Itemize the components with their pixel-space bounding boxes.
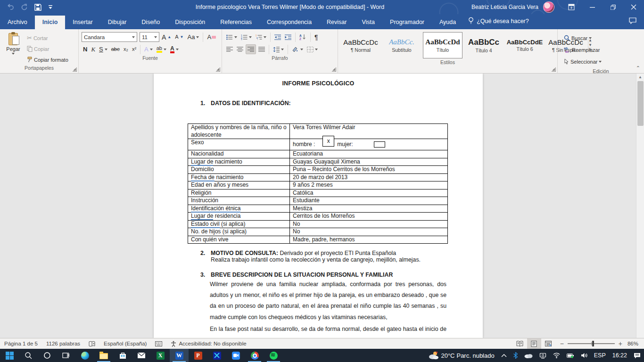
- volume-icon[interactable]: [578, 349, 591, 362]
- tab-dibujar[interactable]: Dibujar: [100, 16, 134, 29]
- row-label[interactable]: Estado civil (si aplica): [188, 220, 290, 228]
- grow-font-button[interactable]: A▲: [160, 32, 173, 42]
- onedrive-icon[interactable]: [521, 349, 536, 362]
- show-hidden-icons-button[interactable]: [498, 349, 510, 362]
- battery-icon[interactable]: [563, 349, 578, 362]
- start-button[interactable]: [0, 349, 19, 362]
- bluetooth-icon[interactable]: [510, 349, 521, 362]
- read-mode-button[interactable]: [513, 338, 527, 349]
- row-value[interactable]: Ecuatoriana: [290, 150, 448, 158]
- zoom-app-button[interactable]: [226, 349, 245, 362]
- underline-button[interactable]: S: [98, 44, 109, 54]
- bullets-button[interactable]: [225, 32, 239, 42]
- tab-vista[interactable]: Vista: [354, 16, 382, 29]
- tell-me-box[interactable]: ¿Qué desea hacer?: [463, 17, 534, 29]
- tab-disposicion[interactable]: Disposición: [167, 16, 213, 29]
- minimize-button[interactable]: [582, 0, 603, 14]
- save-icon[interactable]: [34, 4, 41, 11]
- vertical-scrollbar[interactable]: ▲: [636, 74, 644, 338]
- cortana-button[interactable]: [38, 349, 57, 362]
- font-color-button[interactable]: A: [169, 44, 180, 54]
- row-label[interactable]: Lugar de residencia: [188, 213, 290, 221]
- increase-indent-button[interactable]: [283, 32, 293, 42]
- word-count[interactable]: 1126 palabras: [42, 341, 84, 346]
- blue-app-button[interactable]: [207, 349, 226, 362]
- proofing-errors-icon[interactable]: [84, 341, 99, 347]
- row-label[interactable]: Nacionalidad: [188, 150, 290, 158]
- account-name[interactable]: Beatriz Leticia Garcia Vera: [471, 4, 538, 10]
- align-left-button[interactable]: [225, 44, 234, 54]
- customize-qat-icon[interactable]: [48, 5, 53, 9]
- cast-icon[interactable]: [536, 349, 550, 362]
- strikethrough-button[interactable]: abe: [110, 44, 121, 54]
- tab-diseno[interactable]: Diseño: [134, 16, 167, 29]
- font-size-select[interactable]: 11: [140, 32, 159, 42]
- row-value[interactable]: Guayas Guayaquil Ximena: [290, 158, 448, 166]
- borders-button[interactable]: [305, 44, 319, 54]
- row-label[interactable]: Identificación étnica: [188, 205, 290, 213]
- mail-button[interactable]: [132, 349, 151, 362]
- change-case-button[interactable]: Aa: [186, 32, 201, 42]
- row-label[interactable]: Edad en años y meses: [188, 181, 290, 189]
- decrease-indent-button[interactable]: [273, 32, 282, 42]
- shading-button[interactable]: [290, 44, 305, 54]
- numbering-button[interactable]: 123: [239, 32, 253, 42]
- scrollbar-thumb[interactable]: [637, 81, 644, 126]
- row-label[interactable]: Religión: [188, 189, 290, 197]
- row-value[interactable]: Mestiza: [290, 205, 448, 213]
- weather-widget[interactable]: 20°C Parc. nublado: [425, 349, 497, 362]
- row-value[interactable]: Puna – Recinto Cerritos de los Morreños: [290, 166, 448, 174]
- tab-correspondencia[interactable]: Correspondencia: [259, 16, 319, 29]
- multilevel-list-button[interactable]: 1ai: [254, 32, 268, 42]
- row-label[interactable]: Domicilio: [188, 166, 290, 174]
- document-page[interactable]: INFORME PSICOLÓGICO 1. DATOS DE IDENTIFI…: [154, 74, 483, 338]
- clear-formatting-button[interactable]: A: [206, 32, 217, 42]
- spotify-button[interactable]: [264, 349, 283, 362]
- select-button[interactable]: Seleccionar: [562, 57, 639, 66]
- action-center-button[interactable]: [630, 349, 644, 362]
- tab-programador[interactable]: Programador: [382, 16, 432, 29]
- style-h6[interactable]: AaBbCcDdETítulo 6: [505, 32, 545, 58]
- wifi-icon[interactable]: [550, 349, 563, 362]
- tab-inicio[interactable]: Inicio: [35, 16, 66, 29]
- italic-button[interactable]: K: [90, 44, 97, 54]
- row-label[interactable]: No. de hijos (si aplica): [188, 228, 290, 236]
- zoom-in-icon[interactable]: +: [619, 340, 622, 347]
- restore-button[interactable]: [603, 0, 623, 14]
- language-switcher[interactable]: ESP: [591, 349, 609, 362]
- copy-button[interactable]: Copiar: [25, 44, 70, 54]
- taskbar-search-button[interactable]: [19, 349, 38, 362]
- row-value[interactable]: Madre, padre, hermanos: [290, 236, 448, 244]
- excel-button[interactable]: X: [151, 349, 170, 362]
- zoom-out-icon[interactable]: −: [560, 340, 564, 347]
- avatar[interactable]: [543, 1, 554, 13]
- row-value[interactable]: Estudiante: [290, 197, 448, 205]
- highlight-button[interactable]: ab: [155, 44, 168, 54]
- style-title[interactable]: AaBbCcDdTítulo: [423, 32, 462, 58]
- row-value[interactable]: 9 años 2 meses: [290, 181, 448, 189]
- shrink-font-button[interactable]: A▼: [173, 32, 185, 42]
- justify-button[interactable]: [257, 44, 266, 54]
- accessibility-status[interactable]: Accesibilidad: No disponible: [166, 341, 250, 347]
- tab-archivo[interactable]: Archivo: [0, 16, 35, 29]
- cut-button[interactable]: ✂Cortar: [25, 33, 70, 43]
- store-button[interactable]: [113, 349, 132, 362]
- row-label[interactable]: Con quién vive: [188, 236, 290, 244]
- style-normal[interactable]: AaBbCcDc¶ Normal: [341, 32, 380, 58]
- row-label[interactable]: Instrucción: [188, 197, 290, 205]
- subscript-button[interactable]: x₂: [122, 44, 130, 54]
- font-dialog-launcher[interactable]: [216, 67, 220, 72]
- styles-dialog-launcher[interactable]: [552, 67, 556, 72]
- style-h4[interactable]: AaBbCcTítulo 4: [464, 32, 504, 58]
- close-button[interactable]: [623, 0, 644, 14]
- bold-button[interactable]: N: [82, 44, 89, 54]
- text-effects-button[interactable]: A: [143, 44, 154, 54]
- font-family-select[interactable]: Candara: [82, 32, 137, 42]
- collapse-ribbon-icon[interactable]: ⌃: [636, 65, 640, 71]
- replace-button[interactable]: abacReemplazar: [562, 45, 639, 55]
- scroll-up-icon[interactable]: ▲: [636, 74, 644, 81]
- word-button[interactable]: W: [170, 349, 189, 362]
- keyboard-icon[interactable]: [151, 341, 166, 346]
- row-value[interactable]: No: [290, 220, 448, 228]
- row-value[interactable]: 20 de marzo del 2013: [290, 173, 448, 181]
